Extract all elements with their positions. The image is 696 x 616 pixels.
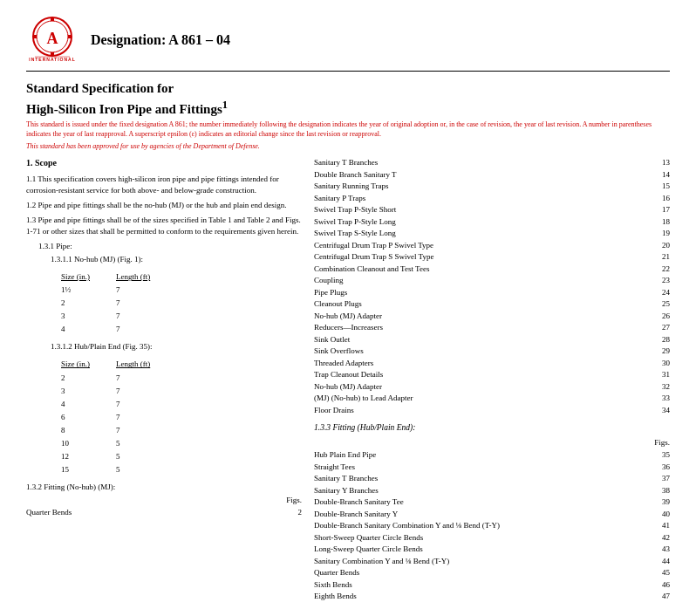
sub-1-3-1: 1.3.1 Pipe: bbox=[38, 241, 305, 252]
hub-table-row: 155 bbox=[61, 463, 176, 476]
astm-logo: A INTERNATIONAL bbox=[26, 16, 78, 64]
pipe-table-nohub: Size (in.) Length (ft) 1½7273747 bbox=[61, 270, 305, 336]
list-item: No-hub (MJ) Adapter26 bbox=[314, 311, 670, 323]
list-item: Quarter Bends45 bbox=[314, 567, 670, 579]
figs-label: Figs. bbox=[26, 495, 305, 506]
list-item: Threaded Adapters30 bbox=[314, 358, 670, 370]
right-column: Sanitary T Branches13Double Branch Sanit… bbox=[314, 157, 670, 602]
sub-1-3-1-1: 1.3.1.1 No-hub (MJ) (Fig. 1): bbox=[51, 254, 305, 265]
title-section: Standard Specification for High-Silicon … bbox=[26, 80, 670, 150]
pipe-table-row: 47 bbox=[61, 323, 176, 336]
svg-rect-3 bbox=[51, 52, 54, 56]
list-item: Cleanout Plugs25 bbox=[314, 298, 670, 311]
pipe-table-hub: Size (in.) Length (ft) 27374767871051251… bbox=[61, 358, 305, 476]
hub-table-row: 27 bbox=[61, 372, 176, 385]
hub-col-length: Length (ft) bbox=[116, 358, 176, 371]
quarter-bends-fig: 2 bbox=[298, 507, 303, 518]
list-item: Hub Plain End Pipe35 bbox=[314, 449, 670, 462]
list-item: Sanitary Running Traps15 bbox=[314, 181, 670, 193]
list-item: Eighth Bends47 bbox=[314, 591, 670, 603]
list-item: Centrifugal Drum Trap P Swivel Type20 bbox=[314, 240, 670, 252]
page: A INTERNATIONAL Designation: A 861 – 04 … bbox=[0, 0, 696, 616]
list-item: Centrifugal Drum Trap S Swivel Type21 bbox=[314, 251, 670, 264]
hub-table-row: 87 bbox=[61, 424, 176, 437]
list-item: Reducers—Increasers27 bbox=[314, 322, 670, 334]
pipe-table-row: 37 bbox=[61, 310, 176, 323]
hub-table-row: 47 bbox=[61, 398, 176, 411]
svg-rect-4 bbox=[33, 35, 37, 38]
scope-p2: 1.2 Pipe and pipe fittings shall be the … bbox=[26, 200, 305, 211]
scope-heading: 1. Scope bbox=[26, 157, 305, 170]
list-item: Sanitary Combination Y and ⅛ Bend (T-Y)4… bbox=[314, 556, 670, 568]
svg-text:A: A bbox=[47, 30, 58, 47]
hub-table-row: 37 bbox=[61, 385, 176, 398]
list-item: Double-Branch Sanitary Y40 bbox=[314, 509, 670, 521]
list-item: Swivel Trap S-Style Long19 bbox=[314, 228, 670, 240]
right-figs-label: Figs. bbox=[314, 437, 670, 449]
pipe-col-size: Size (in.) bbox=[61, 270, 116, 284]
list-item: Double-Branch Sanitary Tee39 bbox=[314, 496, 670, 509]
list-item: Sanitary P Traps16 bbox=[314, 193, 670, 205]
content-area: 1. Scope 1.1 This specification covers h… bbox=[26, 157, 670, 602]
svg-text:INTERNATIONAL: INTERNATIONAL bbox=[29, 57, 75, 62]
designation: Designation: A 861 – 04 bbox=[91, 32, 230, 48]
scope-p1: 1.1 This specification covers high-silic… bbox=[26, 174, 305, 196]
list-item: Sink Overflows29 bbox=[314, 346, 670, 358]
list-item: (MJ) (No-hub) to Lead Adapter33 bbox=[314, 393, 670, 405]
sub-1-3-1-2: 1.3.1.2 Hub/Plain End (Fig. 35): bbox=[51, 341, 305, 352]
list-item: Swivel Trap P-Style Long18 bbox=[314, 216, 670, 229]
list-item: Swivel Trap P-Style Short17 bbox=[314, 204, 670, 216]
list-item: Sink Outlet28 bbox=[314, 334, 670, 346]
list-item: Sanitary T Branches13 bbox=[314, 157, 670, 169]
scope-p3: 1.3 Pipe and pipe fittings shall be of t… bbox=[26, 215, 305, 237]
list-item: Combination Cleanout and Test Tees22 bbox=[314, 264, 670, 276]
approved-text: This standard has been approved for use … bbox=[26, 142, 670, 150]
list-item: Sanitary T Branches37 bbox=[314, 473, 670, 485]
list-item: Sixth Bends46 bbox=[314, 579, 670, 592]
hub-col-size: Size (in.) bbox=[61, 358, 116, 371]
list-item: Sanitary Y Branches38 bbox=[314, 485, 670, 497]
svg-rect-2 bbox=[51, 17, 54, 21]
list-item: Straight Tees36 bbox=[314, 462, 670, 474]
right-bottom-list: Hub Plain End Pipe35Straight Tees36Sanit… bbox=[314, 449, 670, 603]
list-item: Double Branch Sanitary T14 bbox=[314, 169, 670, 181]
main-title: Standard Specification for High-Silicon … bbox=[26, 80, 670, 118]
list-item: Short-Sweep Quarter Circle Bends42 bbox=[314, 532, 670, 544]
hub-table-row: 125 bbox=[61, 450, 176, 463]
list-item: Coupling23 bbox=[314, 275, 670, 287]
hub-table-row: 105 bbox=[61, 437, 176, 450]
header: A INTERNATIONAL Designation: A 861 – 04 bbox=[26, 16, 670, 72]
notice-text: This standard is issued under the fixed … bbox=[26, 120, 670, 139]
pipe-col-length: Length (ft) bbox=[116, 270, 176, 284]
list-item: Floor Drains34 bbox=[314, 405, 670, 417]
right-top-list: Sanitary T Branches13Double Branch Sanit… bbox=[314, 157, 670, 416]
list-item: Double-Branch Sanitary Combination Y and… bbox=[314, 520, 670, 532]
quarter-bends-label: Quarter Bends bbox=[26, 507, 72, 518]
list-item: Long-Sweep Quarter Circle Bends43 bbox=[314, 544, 670, 556]
left-column: 1. Scope 1.1 This specification covers h… bbox=[26, 157, 305, 602]
pipe-table-row: 27 bbox=[61, 297, 176, 310]
hub-table-row: 67 bbox=[61, 411, 176, 424]
list-item: No-hub (MJ) Adapter32 bbox=[314, 381, 670, 394]
list-item: Trap Cleanout Details31 bbox=[314, 369, 670, 381]
list-item: Pipe Plugs24 bbox=[314, 287, 670, 299]
section-1-3-3: 1.3.3 Fitting (Hub/Plain End): bbox=[314, 421, 670, 434]
pipe-table-row: 1½7 bbox=[61, 284, 176, 297]
sub-1-3-2: 1.3.2 Fitting (No-hub) (MJ): bbox=[26, 482, 305, 493]
svg-rect-5 bbox=[68, 35, 72, 38]
